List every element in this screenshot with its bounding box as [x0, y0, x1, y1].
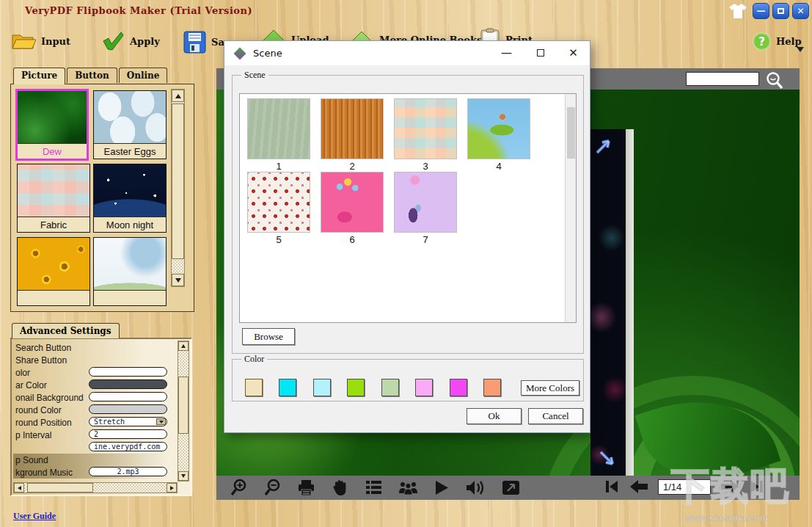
scene-thumbnail-3[interactable]	[394, 98, 457, 159]
setting-row-flip-sound[interactable]: p Sound	[13, 454, 169, 466]
sound-icon[interactable]	[465, 479, 486, 497]
scene-thumbnail-7[interactable]	[394, 172, 457, 233]
scene-thumbnail-6[interactable]	[321, 172, 384, 233]
scene-list[interactable]: 1 2 3 4 5	[239, 93, 577, 323]
setting-row-interval[interactable]: p Interval 2	[13, 429, 169, 441]
minimize-button[interactable]: —	[753, 3, 769, 19]
setting-row-thumbnail-background[interactable]: onail Background	[13, 391, 169, 404]
setting-row-background-color[interactable]: round Color	[13, 404, 169, 416]
last-page-icon[interactable]	[749, 479, 765, 495]
advanced-vertical-scrollbar[interactable]	[178, 341, 189, 481]
first-page-icon[interactable]	[604, 479, 620, 495]
theme-moon-night[interactable]: Moon night	[93, 164, 167, 233]
setting-row-background-position[interactable]: round Position Stretch	[13, 416, 169, 429]
page-indicator-input[interactable]: 1/14	[658, 479, 711, 495]
autoplay-icon[interactable]	[434, 479, 450, 497]
page-flip-arrow-top[interactable]	[594, 134, 616, 156]
zoom-in-icon[interactable]	[230, 479, 248, 497]
theme-windmill[interactable]	[93, 237, 167, 306]
theme-scrollbar[interactable]	[171, 89, 185, 287]
more-colors-button[interactable]: More Colors	[521, 380, 579, 396]
scroll-up-icon[interactable]	[172, 90, 184, 102]
theme-fabric[interactable]: Fabric	[17, 164, 90, 233]
setting-row-url[interactable]: ine.verypdf.com	[13, 441, 169, 454]
scrollbar-thumb[interactable]	[27, 483, 93, 493]
music-file-button[interactable]: 2.mp3	[89, 467, 167, 476]
next-page-icon[interactable]	[720, 479, 740, 495]
skin-icon[interactable]	[728, 2, 747, 20]
tab-picture[interactable]: Picture	[13, 68, 65, 84]
color-swatch-input[interactable]	[89, 367, 167, 377]
apply-button[interactable]: Apply	[101, 31, 160, 51]
browse-button[interactable]: Browse	[242, 328, 295, 345]
color-swatch-1[interactable]	[245, 379, 263, 396]
color-swatch-input[interactable]	[89, 379, 167, 389]
color-swatch-input[interactable]	[89, 392, 167, 401]
color-swatch-8[interactable]	[483, 379, 501, 396]
scrollbar-thumb[interactable]	[178, 377, 189, 434]
scroll-down-icon[interactable]	[172, 274, 184, 286]
chevron-down-icon[interactable]	[156, 418, 166, 425]
url-input[interactable]: ine.verypdf.com	[89, 442, 167, 451]
scene-list-scrollbar[interactable]	[565, 94, 576, 322]
theme-easter-eggs[interactable]: Easter Eggs	[93, 90, 167, 159]
scene-item-7[interactable]: 7	[394, 172, 457, 245]
scene-thumbnail-4[interactable]	[467, 98, 530, 159]
zoom-out-icon[interactable]	[263, 479, 282, 497]
color-swatch-3[interactable]	[313, 379, 331, 396]
color-swatch-7[interactable]	[450, 379, 467, 396]
page-flip-arrow-bottom[interactable]	[598, 449, 620, 471]
setting-row-share-button[interactable]: Share Button	[13, 354, 169, 366]
setting-row-search-button[interactable]: Search Button	[13, 341, 169, 354]
scrollbar-thumb[interactable]	[567, 107, 575, 159]
scene-item-4[interactable]: 4	[467, 98, 530, 172]
color-swatch-2[interactable]	[279, 379, 296, 396]
advanced-horizontal-scrollbar[interactable]	[13, 482, 178, 493]
scroll-up-icon[interactable]	[178, 341, 189, 351]
setting-row-bar-color[interactable]: ar Color	[13, 379, 169, 391]
input-button[interactable]: Input	[11, 31, 70, 51]
tab-button[interactable]: Button	[67, 68, 117, 83]
advanced-settings-tab[interactable]: Advanced Settings	[12, 323, 120, 338]
search-input[interactable]	[686, 72, 759, 86]
scene-item-6[interactable]: 6	[321, 172, 384, 245]
scrollbar-thumb[interactable]	[172, 103, 184, 259]
scroll-right-icon[interactable]	[167, 483, 177, 493]
maximize-button[interactable]	[772, 3, 789, 19]
scene-item-2[interactable]: 2	[321, 98, 384, 172]
dialog-close-button[interactable]: ✕	[557, 41, 590, 65]
fullscreen-icon[interactable]	[501, 479, 521, 497]
tab-online[interactable]: Online	[119, 68, 168, 83]
thumbnail-list-icon[interactable]	[365, 479, 383, 497]
dialog-minimize-button[interactable]: —	[490, 41, 523, 65]
flipbook-page[interactable]	[590, 129, 626, 476]
interval-input[interactable]: 2	[89, 429, 167, 439]
setting-row-background-music[interactable]: kground Music 2.mp3	[13, 466, 169, 479]
ok-button[interactable]: Ok	[467, 408, 522, 424]
theme-dew[interactable]: Dew	[15, 89, 89, 161]
dialog-maximize-button[interactable]	[524, 41, 557, 65]
color-swatch-4[interactable]	[347, 379, 365, 396]
color-swatch-input[interactable]	[89, 404, 167, 414]
scene-thumbnail-5[interactable]	[247, 172, 310, 233]
pan-hand-icon[interactable]	[331, 479, 349, 497]
theme-sunflowers[interactable]	[17, 237, 90, 306]
print-page-icon[interactable]	[297, 479, 315, 497]
cancel-button[interactable]: Cancel	[528, 408, 583, 424]
close-button[interactable]: ✕	[792, 3, 809, 19]
color-swatch-5[interactable]	[381, 379, 399, 396]
scene-item-5[interactable]: 5	[247, 172, 310, 245]
color-swatch-6[interactable]	[415, 379, 433, 396]
scene-thumbnail-1[interactable]	[247, 98, 310, 159]
help-button[interactable]: ? Help	[753, 32, 802, 51]
share-people-icon[interactable]	[398, 479, 418, 497]
search-icon[interactable]	[765, 71, 784, 90]
position-select[interactable]: Stretch	[89, 417, 167, 426]
prev-page-icon[interactable]	[629, 479, 649, 495]
setting-row-color[interactable]: olor	[13, 366, 169, 379]
scene-thumbnail-2[interactable]	[321, 98, 384, 159]
help-dropdown-icon[interactable]	[797, 47, 804, 52]
scene-item-3[interactable]: 3	[394, 98, 457, 172]
scroll-left-icon[interactable]	[14, 483, 24, 493]
scroll-down-icon[interactable]	[178, 471, 189, 481]
